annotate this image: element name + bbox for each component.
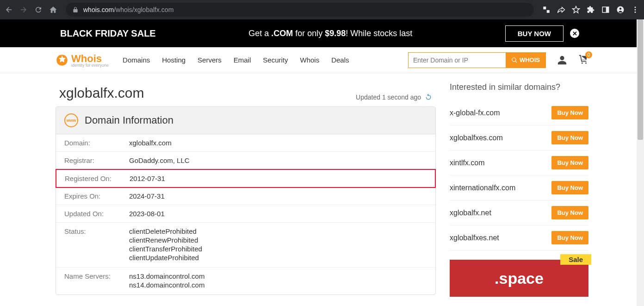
nav-whois[interactable]: Whois (300, 56, 319, 64)
nav-email[interactable]: Email (234, 56, 251, 64)
nav-domains[interactable]: Domains (123, 56, 150, 64)
page-title: xglobalfx.com (56, 82, 148, 106)
top-nav: Domains Hosting Servers Email Security W… (123, 56, 349, 64)
browser-toolbar: whois.com/whois/xglobalfx.com (0, 0, 644, 19)
panel-icon[interactable] (601, 6, 610, 14)
row-domain: Domain: xglobalfx.com (56, 134, 435, 152)
forward-icon[interactable] (19, 6, 28, 14)
scrollbar[interactable] (637, 19, 644, 306)
similar-item: xglobalfxes.com Buy Now (450, 125, 588, 150)
svg-rect-1 (606, 7, 609, 12)
cart-badge: 0 (585, 51, 592, 58)
site-logo[interactable]: Whois identity for everyone (56, 53, 109, 68)
star-icon[interactable] (572, 6, 580, 14)
share-icon[interactable] (557, 6, 565, 14)
similar-item: xintlfx.com Buy Now (450, 150, 588, 175)
url-text: whois.com/whois/xglobalfx.com (83, 6, 173, 13)
nav-servers[interactable]: Servers (198, 56, 222, 64)
url-bar[interactable]: whois.com/whois/xglobalfx.com (66, 3, 534, 17)
scrollbar-thumb[interactable] (638, 19, 643, 140)
lock-icon (72, 6, 79, 13)
promo-tile[interactable]: .space Sale (450, 260, 588, 297)
search-button[interactable]: WHOIS (506, 53, 545, 68)
buy-button[interactable]: Buy Now (551, 106, 588, 119)
nav-deals[interactable]: Deals (331, 56, 349, 64)
row-updated-on: Updated On: 2023-08-01 (56, 205, 435, 223)
row-status: Status: clientDeleteProhibited clientRen… (56, 223, 435, 268)
back-icon[interactable] (5, 6, 13, 14)
refresh-icon[interactable] (425, 94, 432, 101)
banner-left-text: BLACK FRIDAY SALE (60, 28, 156, 39)
nav-hosting[interactable]: Hosting (162, 56, 186, 64)
svg-point-6 (635, 12, 636, 13)
svg-point-5 (635, 9, 636, 11)
similar-item: xglobalfxes.net Buy Now (450, 225, 588, 250)
similar-item: x-global-fx.com Buy Now (450, 100, 588, 125)
sale-tag: Sale (560, 254, 591, 265)
updated-text: Updated 1 second ago (356, 94, 421, 101)
logo-icon (56, 54, 68, 67)
reload-icon[interactable] (34, 6, 43, 14)
search-input[interactable] (409, 53, 506, 68)
profile-icon[interactable] (616, 6, 625, 14)
buy-now-button[interactable]: BUY NOW (505, 25, 564, 42)
buy-button[interactable]: Buy Now (551, 181, 588, 194)
buy-button[interactable]: Buy Now (551, 156, 588, 169)
similar-title: Interested in similar domains? (450, 82, 588, 92)
domain-info-card: www Domain Information Domain: xglobalfx… (56, 106, 436, 295)
close-banner-icon[interactable]: ✕ (570, 29, 579, 38)
menu-icon[interactable] (631, 6, 639, 14)
logo-text: Whois (71, 53, 102, 64)
extensions-icon[interactable] (587, 6, 595, 14)
www-icon: www (64, 113, 78, 127)
svg-point-7 (582, 62, 583, 63)
logo-sub: identity for everyone (71, 63, 109, 68)
site-header: Whois identity for everyone Domains Host… (0, 47, 644, 73)
account-icon[interactable] (557, 55, 567, 65)
row-registrar: Registrar: GoDaddy.com, LLC (56, 152, 435, 169)
svg-point-8 (585, 62, 587, 63)
whois-search: WHOIS (408, 52, 546, 68)
buy-button[interactable]: Buy Now (551, 231, 588, 244)
banner-mid-text: Get a .COM for only $9.98! While stocks … (248, 29, 412, 38)
svg-point-4 (635, 6, 636, 8)
translate-icon[interactable] (542, 6, 551, 14)
home-icon[interactable] (49, 6, 57, 14)
similar-item: xinternationalfx.com Buy Now (450, 175, 588, 200)
buy-button[interactable]: Buy Now (551, 131, 588, 144)
buy-button[interactable]: Buy Now (551, 206, 588, 219)
row-expires-on: Expires On: 2024-07-31 (56, 187, 435, 205)
card-title: Domain Information (85, 114, 173, 126)
nav-security[interactable]: Security (263, 56, 288, 64)
search-icon (511, 57, 518, 63)
svg-point-3 (619, 8, 622, 10)
similar-item: xglobalfx.net Buy Now (450, 200, 588, 225)
row-nameservers: Name Servers: ns13.domaincontrol.com ns1… (56, 268, 435, 294)
row-registered-on: Registered On: 2012-07-31 (56, 169, 436, 188)
promo-banner: BLACK FRIDAY SALE Get a .COM for only $9… (0, 19, 644, 47)
